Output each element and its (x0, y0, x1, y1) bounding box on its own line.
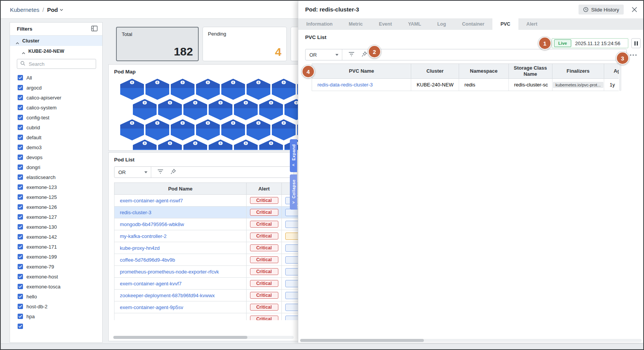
collapse-panel-icon[interactable] (91, 26, 98, 31)
tree-node-cluster-name[interactable]: KUBE-240-NEW (10, 46, 102, 56)
tab-event[interactable]: Event (371, 18, 400, 30)
table-row[interactable]: zookeeper-deployment-687b96fd94-kvwwx Cr… (114, 290, 299, 301)
tab-container[interactable]: Container (454, 18, 492, 30)
checkbox-checked-icon[interactable] (18, 274, 23, 279)
pod-hexagon[interactable]: 0 (259, 140, 283, 150)
close-icon[interactable] (631, 7, 637, 13)
pod-hexagon[interactable]: 0 (158, 140, 182, 150)
checkbox-checked-icon[interactable] (18, 254, 23, 259)
table-row[interactable]: my-kafka-controller-2 Critical (114, 230, 299, 242)
namespace-checkbox-row[interactable]: demo3 (18, 142, 102, 152)
checkbox-checked-icon[interactable] (18, 244, 23, 249)
pod-hexagon[interactable]: 0 (247, 119, 270, 140)
pod-name-link[interactable]: zookeeper-deployment-687b96fd94-kvwwx (114, 293, 215, 298)
namespace-checkbox-row[interactable]: exemone-123 (18, 182, 102, 192)
pvc-horizontal-scrollbar[interactable] (300, 339, 642, 342)
namespace-checkbox-row[interactable]: elasticsearch (18, 172, 102, 182)
checkbox-checked-icon[interactable] (18, 115, 23, 120)
namespace-checkbox-row[interactable]: host-db-2 (18, 301, 102, 311)
pod-hexagon[interactable]: 0 (133, 140, 157, 150)
namespace-checkbox-row[interactable]: cubrid (18, 122, 102, 132)
operator-select[interactable]: OR (114, 167, 151, 177)
pod-hexagon[interactable]: 0 (247, 79, 270, 100)
namespace-checkbox-row[interactable]: exemone-125 (18, 192, 102, 202)
expand-ribbon-button[interactable]: Expand < (290, 139, 297, 172)
checkbox-checked-icon[interactable] (18, 324, 23, 329)
namespace-checkbox-row[interactable]: config-test (18, 112, 102, 122)
namespace-checkbox-row[interactable]: exemone-199 (18, 252, 102, 262)
breadcrumb-app[interactable]: Kubernetes (10, 7, 39, 13)
pvc-name-link[interactable]: redis-data-redis-cluster-3 (317, 82, 373, 88)
pod-hexagon[interactable]: 0 (234, 99, 258, 120)
checkbox-checked-icon[interactable] (18, 164, 23, 170)
pod-hexagon[interactable]: 0 (221, 119, 245, 140)
table-row[interactable]: Critical (114, 313, 299, 320)
chevron-up-icon[interactable] (16, 40, 19, 42)
column-header-pvc-name[interactable]: PVC Name (312, 64, 411, 78)
pod-hexagon[interactable]: 0 (272, 79, 296, 100)
tab-log[interactable]: Log (429, 18, 454, 30)
filter-icon[interactable] (348, 51, 355, 58)
pod-hexagon[interactable]: 0 (171, 119, 195, 140)
namespace-checkbox-row[interactable]: devops (18, 152, 102, 162)
column-header-cluster[interactable]: Cluster (411, 64, 459, 78)
pod-name-link[interactable]: exem-container-agent-nswf7 (114, 198, 183, 203)
namespace-checkbox-row[interactable]: dongri (18, 162, 102, 172)
namespace-checkbox-row[interactable]: exemone-126 (18, 202, 102, 212)
namespace-checkbox-row[interactable]: exemone-tosca (18, 282, 102, 291)
pod-hexagon[interactable]: 0 (120, 119, 144, 140)
pod-hexagon[interactable]: 0 (158, 99, 182, 120)
checkbox-checked-icon[interactable] (18, 214, 23, 220)
table-row[interactable]: exem-container-agent-kvvf7 Critical (114, 278, 299, 290)
pod-name-link[interactable]: exem-container-agent-kvvf7 (114, 281, 181, 287)
more-menu-icon[interactable] (630, 54, 637, 56)
pin-icon[interactable] (170, 169, 176, 176)
table-row[interactable]: redis-cluster-3 Critical (114, 207, 299, 218)
pod-hexagon[interactable]: 0 (133, 99, 157, 120)
namespace-checkbox-row[interactable]: exemone-host (18, 272, 102, 282)
pod-name-link[interactable]: coffee-5d76d96d9-4bv9b (114, 257, 175, 263)
namespace-checkbox-row[interactable]: calico-system (18, 103, 102, 112)
table-row[interactable]: kube-proxy-hn4zd Critical (114, 242, 299, 254)
pod-hexagon[interactable]: 0 (284, 99, 298, 120)
checkbox-checked-icon[interactable] (18, 304, 23, 309)
tab-alert[interactable]: Alert (518, 18, 545, 30)
checkbox-checked-icon[interactable] (18, 125, 23, 130)
operator-select[interactable]: OR (306, 49, 342, 60)
checkbox-checked-icon[interactable] (18, 284, 23, 289)
summary-card-pending[interactable]: Pending 4 (203, 27, 287, 61)
pod-hexagon[interactable]: 0 (209, 99, 232, 120)
pod-name-link[interactable]: redis-cluster-3 (114, 210, 151, 215)
checkbox-checked-icon[interactable] (18, 314, 23, 319)
chevron-up-icon[interactable] (22, 50, 25, 52)
checkbox-checked-icon[interactable] (18, 95, 23, 100)
filter-icon[interactable] (157, 169, 163, 176)
checkbox-checked-icon[interactable] (18, 155, 23, 160)
pod-hexagon[interactable]: 0 (145, 119, 169, 140)
pod-hexagon[interactable]: 0 (145, 79, 169, 100)
table-row[interactable]: mongodb-6b4795956-wbk8w Critical (114, 218, 299, 230)
checkbox-checked-icon[interactable] (18, 184, 23, 190)
table-row[interactable]: exem-container-agent-nswf7 Critical (114, 195, 299, 207)
table-row[interactable]: prometheus-prometheus-node-exporter-rfcv… (114, 266, 299, 278)
pause-button[interactable] (631, 38, 641, 48)
namespace-checkbox-row[interactable]: hello (18, 291, 102, 301)
tab-information[interactable]: Information (298, 18, 341, 30)
pod-hexagon[interactable]: 0 (259, 99, 283, 120)
pvc-table-vertical-scrollbar[interactable] (619, 64, 621, 91)
pod-name-link[interactable]: kube-proxy-hn4zd (114, 245, 160, 251)
namespace-checkbox-row[interactable]: exemone-127 (18, 212, 102, 222)
column-header-finalizers[interactable]: Finalizers (552, 64, 605, 78)
pod-hexagon[interactable]: 0 (209, 140, 232, 150)
table-row[interactable]: redis-data-redis-cluster-3 KUBE-240-NEW … (312, 79, 619, 91)
checkbox-checked-icon[interactable] (18, 145, 23, 150)
checkbox-checked-icon[interactable] (18, 264, 23, 269)
pod-name-link[interactable]: my-kafka-controller-2 (114, 233, 167, 239)
tab-yaml[interactable]: YAML (400, 18, 429, 30)
breadcrumb-page-dropdown[interactable]: Pod (47, 7, 63, 13)
pin-icon[interactable] (361, 51, 367, 59)
checkbox-checked-icon[interactable] (18, 85, 23, 90)
checkbox-checked-icon[interactable] (18, 194, 23, 200)
column-header-alert[interactable]: Alert (247, 183, 282, 194)
column-header-age[interactable]: Age (604, 64, 619, 78)
